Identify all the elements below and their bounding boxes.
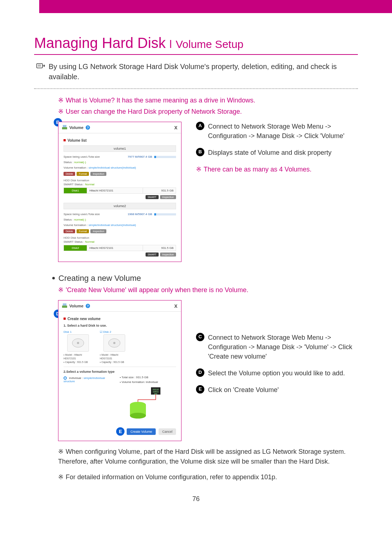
svg-rect-4 — [63, 125, 66, 127]
svg-point-17 — [130, 413, 146, 419]
intro-paragraph: By using LG Network Storage Hard Disk Vo… — [34, 61, 358, 82]
volume2-space-row: Space being used./Tota size 1968 M/5907.… — [64, 211, 176, 217]
delete-button[interactable]: Delete — [64, 172, 75, 176]
volume2-disk-table: Disk2 Hitachi HDS72101 931.5 GB — [64, 245, 176, 251]
hdd-icon — [103, 334, 125, 352]
intro-text: By using LG Network Storage Hard Disk Vo… — [49, 62, 337, 81]
callout-b: B Displays state of Volume and disk prop… — [196, 148, 358, 157]
screenshot2-row: D Volume ? x Create new volume 1. Select… — [58, 300, 358, 441]
inspection-button[interactable]: Inspection — [160, 253, 176, 257]
volume-formation: • Volume formation: individual — [120, 380, 176, 384]
disk1-model: • Model : Hitachi HDS72101 — [64, 353, 93, 360]
volume2-status-row: Status : normal(-) — [64, 217, 176, 222]
format-button[interactable]: Format — [77, 172, 89, 176]
formation-row: individual : simple/individual structure… — [64, 376, 176, 422]
reference-mark-icon: ※ — [58, 448, 64, 455]
callout-e: E Click on 'Create Volume' — [196, 385, 358, 395]
step1-heading: 1. Select a hard Disk to use. — [64, 324, 176, 327]
window-titlebar: Volume ? x — [58, 300, 181, 312]
screenshot1-wrap: B Volume ? x Volume list volu — [58, 122, 181, 262]
page-number: 76 — [34, 495, 358, 503]
create-volume-footer: E Create Volume Cancel — [64, 427, 176, 436]
disk-select-row: Disk 1 • Model : Hitachi HDS72101 • Capa… — [64, 330, 176, 364]
creating-heading: Creating a new Volume — [52, 274, 358, 283]
divider-dotted — [34, 88, 358, 89]
create-volume-heading: Create new volume — [64, 317, 176, 321]
page-title: Managing Hard Disk — [34, 35, 166, 51]
volume1-status-row: Status : normal(-) — [64, 160, 176, 165]
volume1-smart-controls: SMART Inspection — [64, 195, 176, 199]
divider — [64, 367, 176, 367]
window-title: Volume — [69, 304, 83, 308]
svg-point-10 — [113, 342, 115, 344]
screenshot2-callouts: C Connect to Network Storage Web Menu ->… — [196, 300, 358, 402]
disk2-label: ☑ Disk 2 — [100, 330, 129, 334]
svg-rect-3 — [62, 127, 67, 129]
volume-list-heading: Volume list — [64, 138, 176, 142]
disk1-label: Disk 1 — [64, 330, 93, 334]
create-volume-window: Volume ? x Create new volume 1. Select a… — [58, 300, 181, 441]
pointer-icon — [36, 62, 46, 72]
help-icon[interactable]: ? — [86, 304, 90, 308]
svg-rect-6 — [63, 303, 66, 306]
volume1-smart-row: SMART Status : Normal — [64, 183, 176, 186]
volume1-header: volume1 — [64, 145, 176, 152]
page-title-row: Managing Hard Disk l Volume Setup — [34, 35, 358, 55]
reference-mark-icon: ※ — [58, 286, 64, 294]
disk1-card[interactable]: Disk 1 • Model : Hitachi HDS72101 • Capa… — [64, 330, 93, 364]
disk2-card[interactable]: ☑ Disk 2 • Model : Hitachi HDS72101 • Ca… — [100, 330, 129, 364]
smart-button[interactable]: SMART — [146, 253, 159, 257]
volume1-disk-table: Disk1 Hitachi HDS72101 931.5 GB — [64, 187, 176, 194]
disk2-capacity: • Capacity : 931.5 GB — [100, 360, 129, 364]
screenshot2-wrap: D Volume ? x Create new volume 1. Select… — [58, 300, 181, 441]
inspection-button[interactable]: Inspection — [90, 172, 106, 176]
screenshot1-callouts: A Connect to Network Storage Web Menu ->… — [196, 122, 358, 174]
close-icon[interactable]: x — [174, 303, 177, 309]
volume2-formation-row: Volume formation : simple/individual str… — [64, 222, 176, 228]
cancel-button[interactable]: Cancel — [159, 428, 176, 435]
volume1-formation-row: Volume formation : simple/individual str… — [64, 165, 176, 170]
volume-icon — [62, 303, 67, 308]
reference-mark-icon: ※ — [58, 108, 64, 115]
volume1-hdd-label: HDD Disk formation — [64, 179, 176, 182]
inspection-button[interactable]: Inspection — [160, 195, 176, 199]
format-button[interactable]: Format — [77, 229, 89, 233]
note-what-is-volume: ※What is Volume? It has the same meaning… — [58, 96, 358, 105]
volume2-action-row: Delete Format Inspection — [64, 229, 176, 233]
top-accent-bar — [39, 0, 392, 13]
delete-button[interactable]: Delete — [64, 229, 75, 233]
volume1-space-row: Space being used./Tota size 7977 M/5907.… — [64, 154, 176, 160]
screenshot1-row: B Volume ? x Volume list volu — [58, 122, 358, 262]
usage-bar — [154, 156, 176, 158]
volume-list-window: Volume ? x Volume list volume1 Space bei… — [58, 122, 181, 262]
help-icon[interactable]: ? — [86, 125, 90, 130]
formation-option[interactable]: individual : simple/individual structure — [64, 376, 115, 383]
hdd-icon — [67, 334, 89, 352]
page-subtitle: Volume Setup — [176, 38, 244, 50]
badge-b-icon: B — [196, 148, 204, 156]
volume-diagram-icon: 010110 110011 000 — [120, 387, 176, 421]
bullet-icon — [64, 318, 66, 320]
close-icon[interactable]: x — [174, 124, 177, 131]
badge-a-icon: A — [196, 122, 204, 130]
reference-mark-icon: ※ — [196, 166, 201, 173]
total-size: • Total size : 931.5 GB — [120, 376, 176, 379]
volume2-header: volume2 — [64, 203, 176, 209]
volume1-action-row: Delete Format Inspection — [64, 172, 176, 176]
bullet-icon — [64, 139, 66, 141]
disk2-model: • Model : Hitachi HDS72101 — [100, 353, 129, 360]
usage-bar — [154, 213, 176, 215]
footnote-appendix: ※For detailed information on Volume conf… — [58, 472, 358, 482]
volume2-smart-row: SMART Status : Normal — [64, 240, 176, 243]
badge-d-icon: D — [196, 368, 204, 377]
badge-c-icon: C — [196, 333, 204, 341]
volume2-smart-controls: SMART Inspection — [64, 253, 176, 257]
svg-rect-0 — [37, 64, 42, 68]
callout-c: C Connect to Network Storage Web Menu ->… — [196, 333, 358, 361]
smart-button[interactable]: SMART — [146, 195, 159, 199]
step2-heading: 2.Select a volume formation type — [64, 370, 176, 374]
inspection-button[interactable]: Inspection — [90, 229, 106, 233]
create-volume-button[interactable]: Create Volume — [127, 428, 156, 435]
formation-details: • Total size : 931.5 GB • Volume formati… — [120, 376, 176, 422]
svg-rect-5 — [62, 306, 67, 308]
